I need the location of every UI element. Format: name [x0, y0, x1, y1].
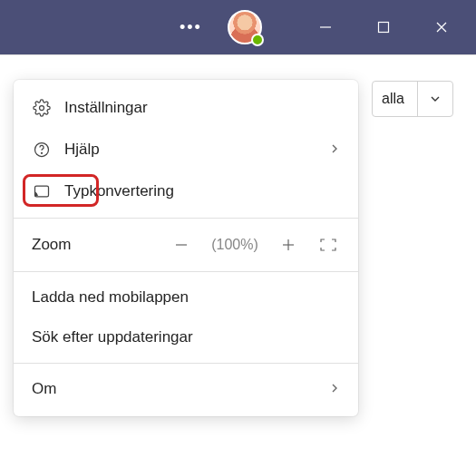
close-icon: [434, 20, 449, 34]
zoom-out-button[interactable]: [170, 233, 193, 257]
titlebar: •••: [0, 0, 476, 54]
check-updates-label: Sök efter uppdateringar: [32, 328, 193, 346]
cast-icon: [32, 181, 52, 201]
about-item[interactable]: Om: [14, 369, 358, 409]
download-app-label: Ladda ned mobilappen: [32, 288, 189, 307]
filter-dropdown[interactable]: alla: [372, 81, 453, 117]
help-item[interactable]: Hjälp: [14, 129, 358, 171]
menu-divider: [14, 363, 358, 364]
svg-point-4: [40, 106, 44, 111]
zoom-in-button[interactable]: [277, 233, 300, 257]
chevron-right-icon: [329, 380, 340, 398]
fullscreen-button[interactable]: [316, 233, 340, 257]
overflow-menu: Inställningar Hjälp Typkonvertering Zoom…: [14, 80, 358, 416]
help-label: Hjälp: [64, 141, 100, 159]
minimize-button[interactable]: [298, 0, 353, 54]
settings-item[interactable]: Inställningar: [14, 87, 358, 129]
svg-point-8: [35, 195, 36, 196]
cast-item[interactable]: Typkonvertering: [14, 171, 358, 212]
profile-button[interactable]: [228, 10, 262, 44]
svg-point-6: [42, 152, 43, 153]
titlebar-left: •••: [170, 10, 262, 44]
download-app-item[interactable]: Ladda ned mobilappen: [14, 278, 358, 317]
zoom-row: Zoom (100%): [14, 224, 358, 266]
about-label: Om: [32, 380, 56, 398]
svg-rect-1: [379, 23, 389, 33]
settings-label: Inställningar: [64, 99, 148, 117]
zoom-value: (100%): [209, 237, 260, 253]
maximize-button[interactable]: [356, 0, 411, 54]
minimize-icon: [318, 20, 333, 34]
menu-divider: [14, 271, 358, 272]
gear-icon: [32, 98, 52, 118]
cast-label: Typkonvertering: [64, 182, 174, 200]
maximize-icon: [377, 21, 390, 34]
presence-badge: [251, 34, 264, 46]
zoom-label: Zoom: [32, 236, 71, 254]
help-icon: [32, 140, 52, 160]
menu-divider: [14, 218, 358, 219]
chevron-down-icon: [418, 82, 452, 116]
check-updates-item[interactable]: Sök efter uppdateringar: [14, 317, 358, 357]
more-menu-button[interactable]: •••: [170, 13, 211, 43]
chevron-right-icon: [329, 141, 340, 159]
close-button[interactable]: [414, 0, 469, 54]
filter-label: alla: [373, 82, 418, 116]
